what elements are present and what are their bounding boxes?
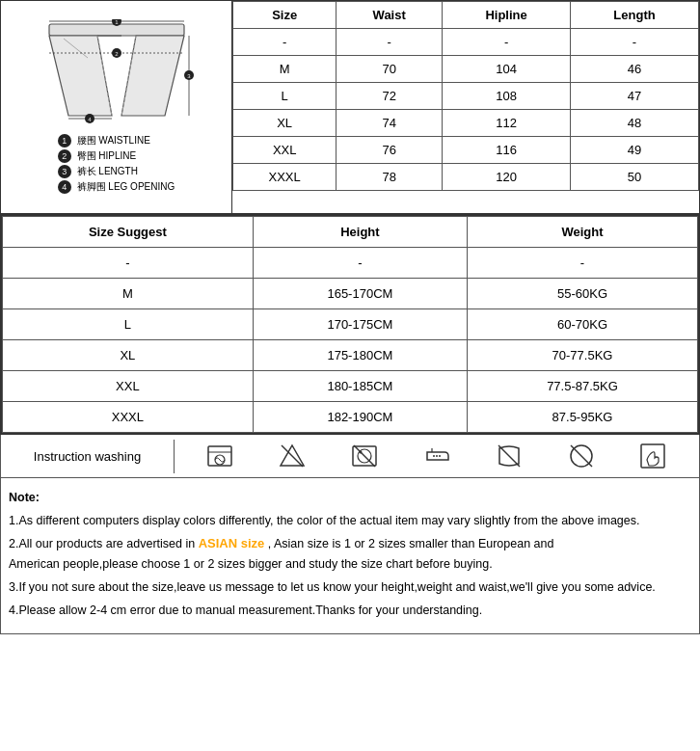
- size-table-cell: M: [233, 56, 337, 83]
- size-table-cell: 47: [571, 83, 699, 110]
- suggest-table-row: L170-175CM60-70KG: [3, 309, 698, 340]
- size-table-cell: -: [337, 29, 443, 56]
- col-length: Length: [571, 2, 699, 29]
- size-table-cell: -: [571, 29, 699, 56]
- suggest-table-cell: 55-60KG: [468, 279, 698, 309]
- size-table-cell: -: [233, 29, 337, 56]
- suggest-table-row: ---: [3, 248, 698, 279]
- col-size: Size: [233, 2, 337, 29]
- size-table-cell: 46: [571, 56, 699, 83]
- suggest-table-cell: 77.5-87.5KG: [468, 371, 698, 402]
- size-table-cell: 76: [337, 137, 443, 164]
- note-item-3: 3.If you not sure about the size,leave u…: [9, 577, 691, 597]
- size-table-row: XL7411248: [233, 110, 699, 137]
- svg-point-26: [433, 455, 435, 457]
- svg-point-27: [436, 455, 438, 457]
- size-table-cell: 116: [443, 137, 571, 164]
- asian-size-label: ASIAN size: [199, 536, 265, 550]
- suggest-section: Size Suggest Height Weight ---M165-170CM…: [0, 214, 700, 435]
- suggest-table-cell: 165-170CM: [253, 279, 467, 309]
- size-table-cell: 108: [443, 83, 571, 110]
- suggest-table-cell: L: [3, 309, 254, 340]
- size-table-cell: 48: [571, 110, 699, 137]
- size-table-cell: XXL: [233, 137, 337, 164]
- wash-icon-no-tumble: [351, 443, 378, 469]
- suggest-table-cell: -: [253, 248, 467, 279]
- wash-icon-dry-clean: [568, 443, 595, 469]
- svg-point-28: [439, 455, 441, 457]
- suggest-col-size: Size Suggest: [3, 217, 254, 248]
- note-item-4: 4.Please allow 2-4 cm error due to manua…: [9, 601, 691, 620]
- size-table: Size Waist Hipline Length ----M7010446L7…: [232, 1, 699, 191]
- diagram-area: 1 3 2 4 1 腰围 WAISTLINE 2 臀围 HIPLINE 3 裤长…: [1, 1, 232, 213]
- size-table-cell: 112: [443, 110, 571, 137]
- svg-rect-32: [641, 444, 664, 468]
- suggest-table-row: XXXL182-190CM87.5-95KG: [3, 402, 698, 433]
- suggest-table-row: XXL180-185CM77.5-87.5KG: [3, 371, 698, 402]
- size-table-cell: XXXL: [233, 164, 337, 191]
- suggest-table-cell: 70-77.5KG: [468, 340, 698, 371]
- suggest-table-cell: -: [3, 248, 254, 279]
- note-item-2: 2.All our products are advertised in ASI…: [9, 534, 691, 574]
- svg-line-24: [354, 445, 375, 467]
- col-hipline: Hipline: [443, 2, 571, 29]
- size-table-row: XXL7611649: [233, 137, 699, 164]
- svg-line-20: [282, 445, 303, 467]
- size-table-cell: XL: [233, 110, 337, 137]
- suggest-table-cell: 175-180CM: [253, 340, 467, 371]
- suggest-table-cell: XL: [3, 340, 254, 371]
- suggest-col-weight: Weight: [468, 217, 698, 248]
- wash-icon-no-wash: [496, 443, 523, 469]
- svg-line-29: [498, 445, 520, 467]
- suggest-table-cell: 87.5-95KG: [468, 402, 698, 433]
- suggest-table-cell: -: [468, 248, 698, 279]
- suggest-table: Size Suggest Height Weight ---M165-170CM…: [2, 216, 698, 433]
- suggest-table-cell: 182-190CM: [253, 402, 467, 433]
- washing-label: Instruction washing: [1, 440, 175, 473]
- suggest-table-row: M165-170CM55-60KG: [3, 279, 698, 309]
- wash-icon-no-bleach: [279, 443, 306, 469]
- wash-icon-iron: [423, 443, 450, 469]
- suggest-table-cell: XXXL: [3, 402, 254, 433]
- size-table-cell: -: [443, 29, 571, 56]
- suggest-table-cell: M: [3, 279, 254, 309]
- col-waist: Waist: [337, 2, 443, 29]
- suggest-table-cell: 60-70KG: [468, 309, 698, 340]
- size-table-cell: 50: [571, 164, 699, 191]
- note-item-1: 1.As different computers display colors …: [9, 511, 691, 530]
- size-table-area: Size Waist Hipline Length ----M7010446L7…: [232, 1, 699, 213]
- size-table-cell: 72: [337, 83, 443, 110]
- size-table-cell: 120: [443, 164, 571, 191]
- suggest-table-cell: 180-185CM: [253, 371, 467, 402]
- suggest-table-cell: 170-175CM: [253, 309, 467, 340]
- shorts-diagram: 1 3 2 4: [40, 19, 194, 125]
- suggest-table-cell: XXL: [3, 371, 254, 402]
- size-table-row: XXXL7812050: [233, 164, 699, 191]
- washing-row: Instruction washing: [0, 435, 700, 478]
- size-table-cell: 74: [337, 110, 443, 137]
- wash-icon-hand: [639, 443, 666, 469]
- size-table-cell: 70: [337, 56, 443, 83]
- size-table-cell: 104: [443, 56, 571, 83]
- size-table-row: ----: [233, 29, 699, 56]
- notes-section: Note: 1.As different computers display c…: [0, 478, 700, 634]
- size-table-cell: L: [233, 83, 337, 110]
- svg-rect-17: [208, 446, 231, 466]
- diagram-legend: 1 腰围 WAISTLINE 2 臀围 HIPLINE 3 裤长 LENGTH …: [58, 133, 175, 195]
- suggest-col-height: Height: [253, 217, 467, 248]
- size-table-cell: 49: [571, 137, 699, 164]
- size-table-row: M7010446: [233, 56, 699, 83]
- wash-icon-machine: [206, 443, 233, 469]
- notes-title: Note:: [9, 488, 691, 507]
- top-section: 1 3 2 4 1 腰围 WAISTLINE 2 臀围 HIPLINE 3 裤长…: [0, 0, 700, 214]
- washing-icons: [175, 435, 699, 477]
- size-table-cell: 78: [337, 164, 443, 191]
- size-table-row: L7210847: [233, 83, 699, 110]
- suggest-table-row: XL175-180CM70-77.5KG: [3, 340, 698, 371]
